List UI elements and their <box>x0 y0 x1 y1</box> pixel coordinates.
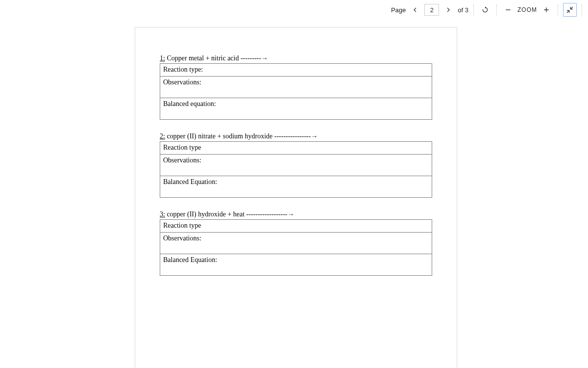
balanced-equation-cell: Balanced equation: <box>160 98 432 120</box>
plus-icon <box>542 6 550 14</box>
reaction-type-cell: Reaction type: <box>160 64 432 77</box>
arrow-icon: → <box>311 132 318 140</box>
prev-page-button[interactable] <box>409 3 421 16</box>
fit-page-button[interactable] <box>563 3 577 17</box>
chevron-left-icon <box>411 6 419 14</box>
reaction-type-cell: Reaction type <box>160 220 432 233</box>
reaction-text: copper (II) nitrate + sodium hydroxide -… <box>165 132 311 140</box>
balanced-equation-cell: Balanced Equation: <box>160 254 432 276</box>
viewer-toolbar: Page of 3 ZOOM <box>387 0 588 20</box>
reaction-type-cell: Reaction type <box>160 142 432 155</box>
page-count-label: of 3 <box>458 6 468 14</box>
observations-cell: Observations: <box>160 77 432 98</box>
observations-cell: Observations: <box>160 233 432 254</box>
reaction-table: Reaction type Observations: Balanced Equ… <box>160 219 432 276</box>
rotate-button[interactable] <box>479 3 491 16</box>
reaction-block: 1: Copper metal + nitric acid ---------→… <box>160 54 432 120</box>
collapse-icon <box>566 6 574 14</box>
reaction-table: Reaction type: Observations: Balanced eq… <box>160 63 432 120</box>
next-page-button[interactable] <box>442 3 455 16</box>
reaction-text: copper (II) hydroxide + heat -----------… <box>165 210 288 218</box>
reaction-block: 3: copper (II) hydroxide + heat --------… <box>160 210 432 276</box>
reaction-title: 2: copper (II) nitrate + sodium hydroxid… <box>160 132 432 140</box>
reaction-number: 2: <box>160 132 165 140</box>
document-page: 1: Copper metal + nitric acid ---------→… <box>135 27 457 368</box>
balanced-equation-cell: Balanced Equation: <box>160 176 432 198</box>
reaction-block: 2: copper (II) nitrate + sodium hydroxid… <box>160 132 432 198</box>
toolbar-separator <box>558 4 558 15</box>
toolbar-separator <box>582 4 582 15</box>
arrow-icon: → <box>261 54 268 62</box>
page-label: Page <box>391 6 406 14</box>
reaction-title: 1: Copper metal + nitric acid ---------→ <box>160 54 432 62</box>
zoom-out-button[interactable] <box>502 3 514 16</box>
minus-icon <box>504 6 512 14</box>
reaction-title: 3: copper (II) hydroxide + heat --------… <box>160 210 432 218</box>
observations-cell: Observations: <box>160 155 432 176</box>
arrow-icon: → <box>288 210 294 218</box>
zoom-label: ZOOM <box>517 6 537 13</box>
reaction-number: 1: <box>160 54 165 62</box>
zoom-in-button[interactable] <box>540 3 553 16</box>
rotate-icon <box>481 6 489 14</box>
chevron-right-icon <box>444 6 452 14</box>
reaction-number: 3: <box>160 210 165 218</box>
reaction-text: Copper metal + nitric acid --------- <box>165 54 261 62</box>
toolbar-separator <box>496 4 497 15</box>
page-number-input[interactable] <box>424 4 439 16</box>
reaction-table: Reaction type Observations: Balanced Equ… <box>160 141 432 198</box>
toolbar-separator <box>473 4 474 15</box>
